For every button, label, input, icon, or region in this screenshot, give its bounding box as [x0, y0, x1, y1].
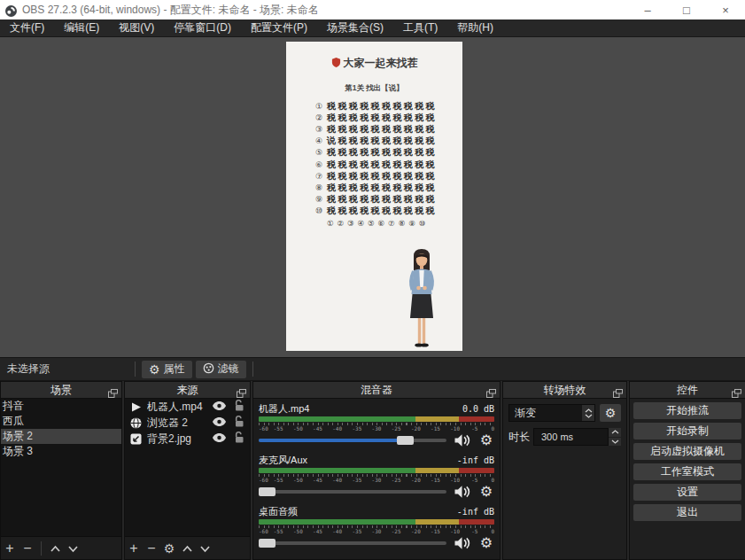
grid-row-1: ①税税税税税税税税税税 [315, 100, 437, 112]
volume-slider-handle[interactable] [397, 436, 414, 445]
volume-slider-handle[interactable] [259, 539, 275, 548]
popout-icon[interactable] [732, 385, 741, 401]
move-source-up-button[interactable] [178, 541, 196, 556]
selected-source-status: 未选择源 [7, 362, 50, 377]
db-tick-label: -25 [392, 477, 401, 483]
scene-item[interactable]: 西瓜 [1, 414, 121, 429]
add-source-button[interactable]: + [125, 541, 143, 556]
volume-slider-handle[interactable] [259, 487, 275, 496]
db-tick-label: -60 [259, 425, 268, 432]
window-title: OBS 27.2.3 (64-bit, windows) - 配置文件: 未命名… [22, 3, 319, 18]
filters-icon [203, 362, 214, 377]
popout-icon[interactable] [237, 385, 246, 401]
control-button-4[interactable]: 设置 [633, 484, 741, 501]
source-label: 机器人.mp4 [147, 400, 213, 415]
channel-gear-icon[interactable]: ⚙ [478, 485, 494, 499]
control-button-0[interactable]: 开始推流 [633, 402, 741, 419]
duration-up-button[interactable] [609, 428, 621, 437]
remove-source-button[interactable]: − [143, 541, 160, 556]
menu-item-6[interactable]: 工具(T) [393, 19, 447, 36]
meter-scale: -60-55-50-45-40-35-30-25-20-15-10-50 [259, 525, 494, 535]
menu-item-3[interactable]: 停靠窗口(D) [164, 19, 241, 36]
controls-panel-header[interactable]: 控件 [630, 382, 745, 399]
grid-row-10: ⑩税税税税税税税税税税 [315, 206, 437, 217]
menu-item-0[interactable]: 文件(F) [0, 19, 54, 36]
unlock-icon[interactable] [234, 416, 244, 430]
channel-db-value: -inf dB [457, 507, 494, 517]
speaker-icon[interactable] [453, 536, 472, 550]
popout-icon[interactable] [108, 385, 118, 401]
db-tick-label: -30 [372, 528, 382, 534]
titlebar: OBS 27.2.3 (64-bit, windows) - 配置文件: 未命名… [0, 0, 745, 19]
volume-slider[interactable] [259, 490, 446, 494]
source-row[interactable]: 机器人.mp4 [125, 399, 250, 415]
maximize-button[interactable]: □ [667, 0, 706, 19]
duration-down-button[interactable] [609, 438, 621, 447]
source-properties-button[interactable]: ⚙ [160, 541, 178, 556]
control-button-2[interactable]: 启动虚拟摄像机 [633, 443, 741, 460]
mixer-panel-header[interactable]: 混音器 [253, 382, 500, 399]
transition-select[interactable]: 渐变 [508, 404, 595, 422]
mixer-channel: 机器人.mp40.0 dB-60-55-50-45-40-35-30-25-20… [259, 402, 494, 447]
popout-icon[interactable] [486, 385, 496, 401]
visibility-eye-icon[interactable] [213, 432, 226, 445]
sources-panel: 来源 机器人.mp4浏览器 2背景2.jpg + − ⚙ [124, 381, 251, 560]
video-preview[interactable]: 大家一起来找茬 第1关 找出【说】 ①税税税税税税税税税税②税税税税税税税税税税… [286, 42, 462, 351]
browser-icon [130, 417, 144, 429]
volume-slider[interactable] [259, 439, 446, 442]
scenes-panel-header[interactable]: 场景 [1, 382, 121, 399]
scene-item[interactable]: 抖音 [1, 399, 121, 414]
transition-select-spinner[interactable] [582, 405, 594, 421]
transitions-panel-header[interactable]: 转场特效 [503, 382, 626, 399]
filters-button[interactable]: 滤镜 [196, 361, 246, 378]
unlock-icon[interactable] [234, 400, 244, 414]
grid-row-5: ⑤税税税税税税税税税税 [315, 147, 437, 159]
preview-area[interactable]: 大家一起来找茬 第1关 找出【说】 ①税税税税税税税税税税②税税税税税税税税税税… [0, 37, 745, 357]
channel-gear-icon[interactable]: ⚙ [478, 433, 494, 447]
db-tick-label: -30 [372, 477, 382, 483]
duration-input[interactable]: 300 ms [533, 428, 609, 446]
volume-slider[interactable] [259, 541, 446, 545]
menu-item-7[interactable]: 帮助(H) [447, 19, 503, 36]
add-scene-button[interactable]: + [1, 541, 19, 556]
mixer-channel: 麦克风/Aux-inf dB-60-55-50-45-40-35-30-25-2… [259, 454, 494, 498]
menu-item-5[interactable]: 场景集合(S) [317, 19, 393, 36]
db-tick-label: -5 [471, 425, 477, 432]
remove-scene-button[interactable]: − [19, 541, 36, 556]
control-button-1[interactable]: 开始录制 [633, 423, 741, 439]
db-tick-label: 0 [491, 528, 494, 534]
control-button-3[interactable]: 工作室模式 [633, 463, 741, 480]
visibility-eye-icon[interactable] [213, 401, 226, 413]
column-labels: ①②③④⑤⑥⑦⑧⑨⑩ [315, 219, 429, 228]
menu-item-4[interactable]: 配置文件(P) [241, 19, 317, 36]
menu-item-2[interactable]: 视图(V) [109, 19, 164, 36]
source-row[interactable]: 背景2.jpg [125, 431, 250, 447]
control-button-5[interactable]: 退出 [633, 504, 741, 521]
db-tick-label: -10 [450, 477, 460, 483]
grid-row-7: ⑦税税税税税税税税税税 [315, 170, 437, 182]
game-title-row: 大家一起来找茬 [286, 56, 462, 71]
visibility-eye-icon[interactable] [213, 416, 226, 429]
db-tick-label: -30 [372, 425, 382, 432]
db-tick-label: -45 [313, 477, 322, 483]
properties-button[interactable]: ⚙ 属性 [142, 361, 192, 378]
sources-panel-header[interactable]: 来源 [125, 382, 250, 399]
minimize-button[interactable]: – [628, 0, 667, 19]
db-tick-label: -5 [471, 477, 477, 483]
move-scene-up-button[interactable] [46, 541, 64, 556]
speaker-icon[interactable] [453, 485, 472, 499]
transition-properties-button[interactable]: ⚙ [600, 404, 621, 422]
scene-item[interactable]: 场景 3 [1, 444, 121, 459]
popout-icon[interactable] [613, 385, 623, 401]
menu-item-1[interactable]: 编辑(E) [54, 19, 109, 36]
scene-item[interactable]: 场景 2 [1, 429, 121, 444]
speaker-icon[interactable] [453, 433, 472, 447]
move-source-down-button[interactable] [196, 541, 213, 556]
source-row[interactable]: 浏览器 2 [125, 415, 250, 431]
presenter-figure [400, 248, 444, 351]
move-scene-down-button[interactable] [64, 541, 81, 556]
grid-row-8: ⑧税税税税税税税税税税 [315, 182, 437, 193]
channel-gear-icon[interactable]: ⚙ [478, 536, 494, 550]
close-button[interactable]: × [706, 0, 745, 19]
unlock-icon[interactable] [234, 432, 244, 446]
